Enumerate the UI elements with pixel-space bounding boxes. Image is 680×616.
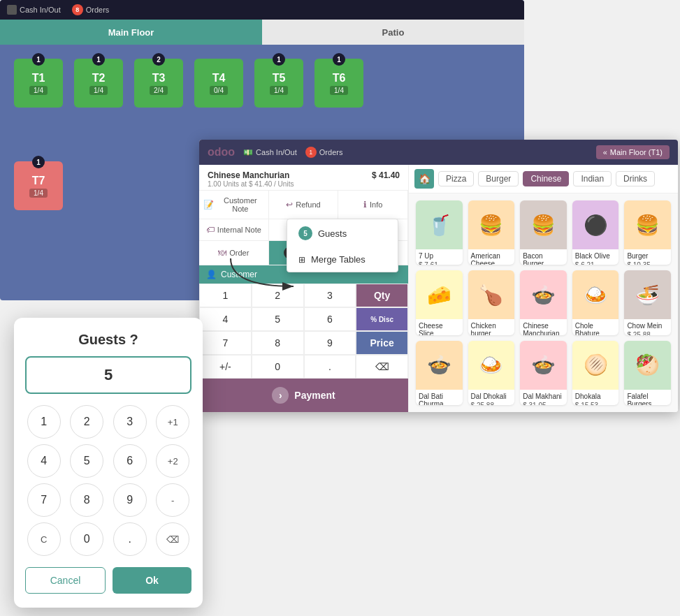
dialog-cancel-btn[interactable]: Cancel — [25, 567, 106, 594]
table-T1[interactable]: 1 T1 1/4 — [14, 59, 63, 108]
dialog-num-1[interactable]: 1 — [27, 405, 61, 439]
dialog-num-0[interactable]: 0 — [70, 522, 103, 556]
num-backspace[interactable]: ⌫ — [356, 355, 408, 379]
cat-pizza[interactable]: Pizza — [438, 171, 474, 186]
order-icon: 🍽 — [218, 248, 226, 258]
bg-orders-label: Orders — [86, 6, 110, 14]
cat-burger[interactable]: Burger — [478, 171, 519, 186]
num-0[interactable]: 0 — [252, 355, 304, 379]
refund-label: Refund — [296, 200, 320, 209]
dialog-num-minus[interactable]: - — [156, 483, 189, 517]
dialog-num-c[interactable]: C — [27, 522, 61, 556]
table-T2[interactable]: 1 T2 1/4 — [74, 59, 123, 108]
price-btn[interactable]: Price — [356, 331, 408, 355]
product-bacon[interactable]: 🍔 Bacon Burger $ 6.75 — [520, 200, 567, 265]
info-btn[interactable]: ℹ Info — [338, 191, 408, 219]
cat-chinese[interactable]: Chinese — [523, 171, 569, 186]
main-floor-tab[interactable]: Main Floor — [0, 20, 262, 45]
payment-btn[interactable]: › Payment — [199, 379, 408, 412]
product-7up[interactable]: 🥤 7 Up $ 7.61 — [416, 200, 463, 265]
bg-cash-label: Cash In/Out — [20, 6, 61, 14]
dialog-num-plus1[interactable]: +1 — [156, 405, 189, 439]
pos-orders-label: Orders — [319, 148, 343, 156]
bg-orders-btn[interactable]: 8 Orders — [72, 4, 110, 15]
table-T3[interactable]: 2 T3 2/4 — [134, 59, 183, 108]
product-chole-img: 🍛 — [572, 270, 619, 319]
customer-note-btn[interactable]: 📝 Customer Note — [199, 191, 269, 219]
pos-cash-label: Cash In/Out — [256, 148, 297, 156]
dialog-num-plus2[interactable]: +2 — [156, 444, 189, 478]
cat-home-btn[interactable]: 🏠 — [414, 169, 434, 189]
product-panel: 🏠 Pizza Burger Chinese Indian Drinks 🥤 7… — [409, 165, 678, 412]
dialog-num-2[interactable]: 2 — [70, 405, 103, 439]
chevron-left-icon: « — [603, 148, 607, 156]
table-T7[interactable]: 1 T7 1/4 — [14, 161, 63, 210]
customer-label: Customer — [221, 270, 257, 279]
num-2[interactable]: 2 — [252, 284, 304, 307]
product-chinese-manchurian[interactable]: 🍲 Chinese Manchurian $ 41.40 — [520, 270, 567, 335]
num-6[interactable]: 6 — [304, 307, 356, 331]
dialog-num-8[interactable]: 8 — [70, 483, 103, 517]
dialog-num-7[interactable]: 7 — [27, 483, 61, 517]
num-9[interactable]: 9 — [304, 331, 356, 355]
dialog-num-dot[interactable]: . — [113, 522, 147, 556]
payment-arrow-icon: › — [272, 387, 289, 404]
bg-orders-badge: 8 — [72, 4, 83, 15]
product-dal-makhani[interactable]: 🍲 Dal Makhani $ 31.05 — [520, 341, 567, 405]
customer-note-label: Customer Note — [217, 196, 264, 213]
product-bacon-name: Bacon Burger — [520, 249, 567, 265]
pos-cash-btn[interactable]: 💵 Cash In/Out — [243, 148, 297, 157]
dialog-num-backspace[interactable]: ⌫ — [156, 522, 189, 556]
product-chow-mein[interactable]: 🍜 Chow Mein $ 25.88 — [624, 270, 671, 335]
product-amer-cheese[interactable]: 🍔 American Cheese Burger $ 18.19 — [468, 200, 515, 265]
num-3[interactable]: 3 — [304, 284, 356, 307]
dialog-num-4[interactable]: 4 — [27, 444, 61, 478]
refund-btn[interactable]: ↩ Refund — [269, 191, 339, 219]
patio-tab[interactable]: Patio — [262, 20, 524, 45]
product-amer-cheese-name: American Cheese Burger — [468, 249, 515, 265]
table-T6[interactable]: 1 T6 1/4 — [314, 59, 363, 108]
num-5[interactable]: 5 — [252, 307, 304, 331]
merge-tables-item[interactable]: ⊞ Merge Tables — [287, 247, 398, 272]
pos-orders-btn[interactable]: 1 Orders — [305, 147, 343, 158]
disc-btn[interactable]: % Disc — [356, 307, 408, 331]
product-chicken-burger[interactable]: 🍗 Chicken burger $ 31.05 — [468, 270, 515, 335]
order-item-0[interactable]: $ 41.40 Chinese Manchurian 1.00 Units at… — [199, 165, 408, 190]
dialog-ok-btn[interactable]: Ok — [113, 567, 191, 594]
cat-drinks[interactable]: Drinks — [616, 171, 655, 186]
cat-indian[interactable]: Indian — [573, 171, 612, 186]
product-dal-bati[interactable]: 🍲 Dal Bati Churma $ 41.40 — [416, 341, 463, 405]
num-plusminus[interactable]: +/- — [199, 355, 252, 379]
num-1[interactable]: 1 — [199, 284, 252, 307]
product-chinese-manchurian-img: 🍲 — [520, 270, 567, 319]
product-cheese-slice[interactable]: 🧀 Cheese Slice $ 6.21 — [416, 270, 463, 335]
num-7[interactable]: 7 — [199, 331, 252, 355]
floor-btn[interactable]: « Main Floor (T1) — [596, 145, 670, 159]
product-dhokala[interactable]: 🫓 Dhokala $ 15.53 — [572, 341, 619, 405]
product-chole[interactable]: 🍛 Chole Bhature $ 41.40 — [572, 270, 619, 335]
product-falafel[interactable]: 🥙 Falafel Burgers $ 46.58 — [624, 341, 671, 405]
product-black-olive[interactable]: ⚫ Black Olive $ 6.21 — [572, 200, 619, 265]
order-btn[interactable]: 🍽 Order — [199, 241, 269, 265]
product-dal-dhokali[interactable]: 🍛 Dal Dhokali $ 25.88 — [468, 341, 515, 405]
num-4[interactable]: 4 — [199, 307, 252, 331]
dialog-num-3[interactable]: 3 — [113, 405, 147, 439]
table-T5[interactable]: 1 T5 1/4 — [254, 59, 303, 108]
internal-note-btn[interactable]: 🏷 Internal Note — [199, 219, 269, 241]
dialog-num-6[interactable]: 6 — [113, 444, 147, 478]
bg-cash-btn[interactable]: Cash In/Out — [7, 5, 61, 15]
product-burger[interactable]: 🍔 Burger $ 10.35 — [624, 200, 671, 265]
note-icon: 📝 — [203, 200, 214, 210]
table-T4[interactable]: T4 0/4 — [194, 59, 243, 108]
num-dot[interactable]: . — [304, 355, 356, 379]
product-chole-name: Chole Bhature — [572, 319, 619, 335]
product-burger-price: $ 10.35 — [624, 261, 671, 265]
dialog-num-9[interactable]: 9 — [113, 483, 147, 517]
dialog-num-5[interactable]: 5 — [70, 444, 103, 478]
product-cheese-slice-img: 🧀 — [416, 270, 463, 319]
qty-btn[interactable]: Qty — [356, 284, 408, 307]
floor-btn-label: Main Floor (T1) — [610, 148, 663, 156]
product-7up-img: 🥤 — [416, 200, 463, 249]
guests-dropdown-item[interactable]: 5 Guests — [287, 219, 398, 247]
num-8[interactable]: 8 — [252, 331, 304, 355]
